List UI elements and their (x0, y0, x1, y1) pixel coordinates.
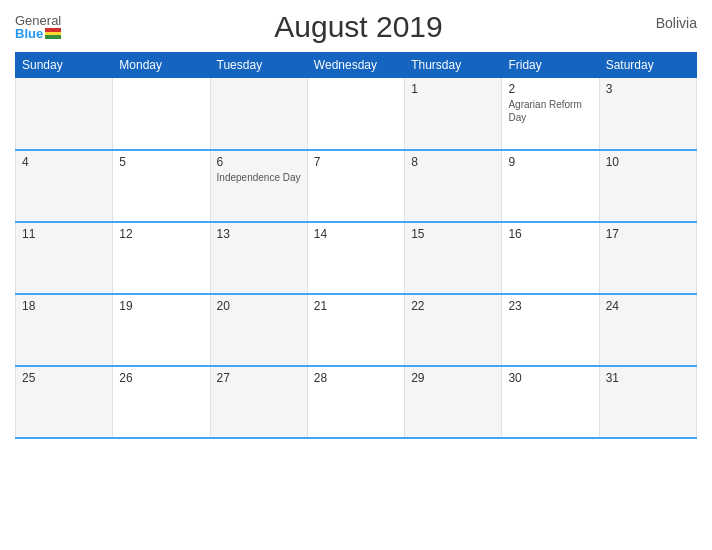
day-of-week-header: Wednesday (307, 53, 404, 78)
day-number: 12 (119, 227, 203, 241)
day-number: 9 (508, 155, 592, 169)
day-number: 17 (606, 227, 690, 241)
day-number: 4 (22, 155, 106, 169)
calendar-day-cell: 3 (599, 78, 696, 150)
calendar-day-cell: 1 (405, 78, 502, 150)
day-number: 25 (22, 371, 106, 385)
holiday-name: Agrarian Reform Day (508, 98, 592, 124)
logo-flag-icon (45, 28, 61, 39)
day-of-week-header: Friday (502, 53, 599, 78)
calendar-day-cell: 24 (599, 294, 696, 366)
day-number: 30 (508, 371, 592, 385)
calendar-week-row: 456Independence Day78910 (16, 150, 697, 222)
day-of-week-header: Saturday (599, 53, 696, 78)
calendar-day-cell: 25 (16, 366, 113, 438)
logo-blue-text: Blue (15, 27, 43, 40)
calendar-table: SundayMondayTuesdayWednesdayThursdayFrid… (15, 52, 697, 439)
calendar-day-cell: 6Independence Day (210, 150, 307, 222)
day-number: 29 (411, 371, 495, 385)
calendar-title: August 2019 (61, 10, 656, 44)
calendar-day-cell: 8 (405, 150, 502, 222)
calendar-week-row: 12Agrarian Reform Day3 (16, 78, 697, 150)
calendar-day-cell: 11 (16, 222, 113, 294)
calendar-day-cell: 16 (502, 222, 599, 294)
calendar-day-cell (307, 78, 404, 150)
calendar-day-cell: 17 (599, 222, 696, 294)
calendar-day-cell: 7 (307, 150, 404, 222)
calendar-day-cell: 2Agrarian Reform Day (502, 78, 599, 150)
logo: General Blue (15, 14, 61, 40)
calendar-day-cell: 18 (16, 294, 113, 366)
day-number: 31 (606, 371, 690, 385)
calendar-day-cell (210, 78, 307, 150)
day-of-week-header: Sunday (16, 53, 113, 78)
day-number: 20 (217, 299, 301, 313)
calendar-day-cell: 28 (307, 366, 404, 438)
calendar-day-cell: 29 (405, 366, 502, 438)
day-number: 15 (411, 227, 495, 241)
day-number: 24 (606, 299, 690, 313)
day-number: 6 (217, 155, 301, 169)
calendar-day-cell: 20 (210, 294, 307, 366)
calendar-day-cell: 9 (502, 150, 599, 222)
day-of-week-header: Monday (113, 53, 210, 78)
calendar-day-cell: 12 (113, 222, 210, 294)
day-number: 16 (508, 227, 592, 241)
calendar-day-cell: 27 (210, 366, 307, 438)
calendar-day-cell: 26 (113, 366, 210, 438)
calendar-header-row: SundayMondayTuesdayWednesdayThursdayFrid… (16, 53, 697, 78)
day-number: 13 (217, 227, 301, 241)
calendar-day-cell: 31 (599, 366, 696, 438)
day-number: 22 (411, 299, 495, 313)
calendar-day-cell: 13 (210, 222, 307, 294)
day-number: 2 (508, 82, 592, 96)
day-number: 8 (411, 155, 495, 169)
day-number: 18 (22, 299, 106, 313)
calendar-day-cell: 22 (405, 294, 502, 366)
day-number: 5 (119, 155, 203, 169)
calendar-week-row: 11121314151617 (16, 222, 697, 294)
day-number: 21 (314, 299, 398, 313)
calendar-day-cell: 23 (502, 294, 599, 366)
country-label: Bolivia (656, 10, 697, 31)
calendar-day-cell: 10 (599, 150, 696, 222)
calendar-day-cell: 5 (113, 150, 210, 222)
calendar-day-cell (16, 78, 113, 150)
day-number: 7 (314, 155, 398, 169)
day-number: 19 (119, 299, 203, 313)
day-of-week-header: Tuesday (210, 53, 307, 78)
day-number: 23 (508, 299, 592, 313)
day-number: 26 (119, 371, 203, 385)
day-number: 11 (22, 227, 106, 241)
page-header: General Blue August 2019 Bolivia (15, 10, 697, 44)
day-number: 10 (606, 155, 690, 169)
calendar-day-cell (113, 78, 210, 150)
holiday-name: Independence Day (217, 171, 301, 184)
day-number: 1 (411, 82, 495, 96)
calendar-day-cell: 4 (16, 150, 113, 222)
calendar-week-row: 25262728293031 (16, 366, 697, 438)
calendar-week-row: 18192021222324 (16, 294, 697, 366)
calendar-day-cell: 14 (307, 222, 404, 294)
day-number: 14 (314, 227, 398, 241)
calendar-day-cell: 19 (113, 294, 210, 366)
day-number: 27 (217, 371, 301, 385)
day-of-week-header: Thursday (405, 53, 502, 78)
calendar-day-cell: 30 (502, 366, 599, 438)
calendar-day-cell: 21 (307, 294, 404, 366)
calendar-day-cell: 15 (405, 222, 502, 294)
day-number: 3 (606, 82, 690, 96)
day-number: 28 (314, 371, 398, 385)
